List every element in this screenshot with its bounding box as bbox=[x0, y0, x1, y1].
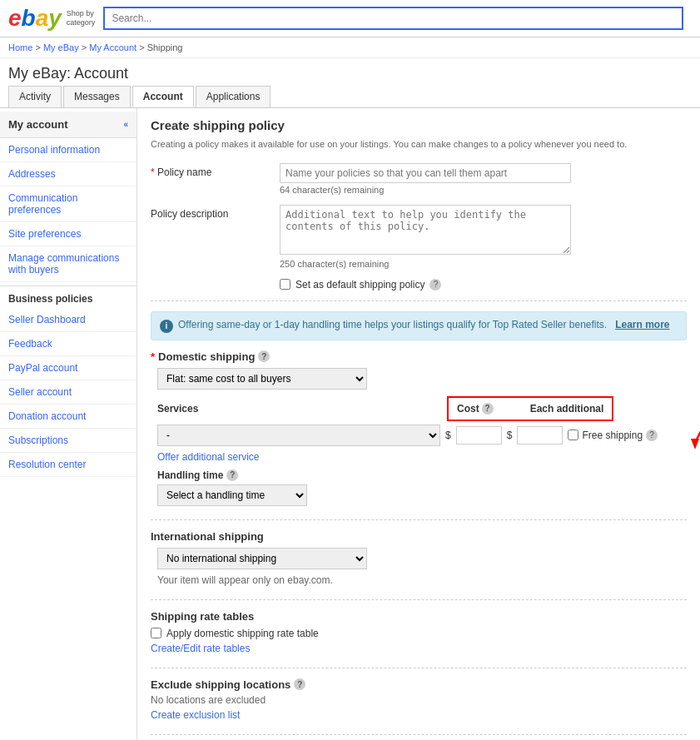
international-shipping-section: International shipping No international … bbox=[151, 530, 687, 586]
sidebar-header: My account « bbox=[0, 112, 137, 138]
create-shipping-title: Create shipping policy bbox=[151, 118, 687, 132]
sidebar-item-resolution[interactable]: Resolution center bbox=[0, 453, 137, 477]
rate-tables-title: Shipping rate tables bbox=[151, 610, 687, 623]
domestic-shipping-section: * Domestic shipping ? Flat: same cost to… bbox=[151, 350, 687, 506]
exclude-section: Exclude shipping locations ? No location… bbox=[151, 678, 687, 721]
main-tab-activity[interactable]: Activity bbox=[8, 86, 62, 107]
search-input[interactable] bbox=[103, 7, 683, 30]
policy-name-chars: 64 character(s) remaining bbox=[280, 185, 687, 195]
sidebar-item-manage-comm[interactable]: Manage communications with buyers bbox=[0, 246, 137, 282]
domestic-rate-table-checkbox[interactable] bbox=[151, 628, 161, 638]
sidebar-business-section: Business policies bbox=[0, 286, 137, 308]
divider-1 bbox=[151, 300, 687, 301]
default-checkbox-row: Set as default shipping policy ? bbox=[151, 279, 687, 291]
layout: My account « Personal information Addres… bbox=[0, 108, 700, 740]
services-header: Services Cost ? Each additional bbox=[157, 396, 687, 421]
help-icon-handling[interactable]: ? bbox=[226, 469, 238, 481]
info-banner: i Offering same-day or 1-day handling ti… bbox=[151, 311, 687, 340]
sidebar: My account « Personal information Addres… bbox=[0, 108, 137, 740]
handling-select[interactable]: Select a handling time Same day 1 busine… bbox=[157, 484, 307, 506]
page-title: My eBay: Account bbox=[0, 58, 700, 86]
sidebar-item-seller-account[interactable]: Seller account bbox=[0, 380, 137, 405]
sidebar-item-donation[interactable]: Donation account bbox=[0, 405, 137, 429]
policy-name-label: * Policy name bbox=[151, 163, 280, 178]
info-banner-text: Offering same-day or 1-day handling time… bbox=[178, 319, 607, 330]
create-edit-rate-tables-link[interactable]: Create/Edit rate tables bbox=[151, 643, 250, 654]
main-tab-messages[interactable]: Messages bbox=[63, 86, 131, 107]
services-data-row: - $ $ Free shipping ? bbox=[157, 425, 687, 446]
ebay-logo: ebay Shop by category bbox=[8, 5, 95, 32]
breadcrumb-myebay[interactable]: My eBay bbox=[43, 42, 79, 52]
policy-name-field: 64 character(s) remaining bbox=[280, 163, 687, 195]
cost-col-header: Cost ? bbox=[457, 403, 494, 415]
policy-desc-label: Policy description bbox=[151, 205, 280, 220]
intl-note: Your item will appear only on ebay.com. bbox=[151, 574, 687, 586]
create-exclusion-list-link[interactable]: Create exclusion list bbox=[151, 709, 240, 721]
offer-additional-link[interactable]: Offer additional service bbox=[157, 451, 687, 463]
free-shipping-label: Free shipping bbox=[582, 430, 643, 441]
svg-line-0 bbox=[695, 393, 700, 443]
breadcrumb-account[interactable]: My Account bbox=[89, 42, 137, 52]
services-section: Services Cost ? Each additional - bbox=[151, 396, 687, 463]
sidebar-item-addresses[interactable]: Addresses bbox=[0, 162, 137, 186]
exclude-title: Exclude shipping locations ? bbox=[151, 678, 687, 691]
policy-name-input[interactable] bbox=[280, 163, 571, 183]
divider-3 bbox=[151, 599, 687, 600]
domestic-shipping-label: * Domestic shipping ? bbox=[151, 350, 687, 363]
services-select[interactable]: - bbox=[157, 425, 440, 446]
breadcrumb: Home > My eBay > My Account > Shipping bbox=[0, 37, 700, 58]
breadcrumb-home[interactable]: Home bbox=[8, 42, 32, 52]
info-icon: i bbox=[160, 320, 173, 333]
help-icon-default[interactable]: ? bbox=[429, 279, 441, 291]
page-header: ebay Shop by category bbox=[0, 0, 700, 37]
help-icon-domestic[interactable]: ? bbox=[258, 350, 270, 362]
main-tab-account[interactable]: Account bbox=[132, 86, 194, 107]
each-dollar-sign: $ bbox=[507, 430, 513, 441]
services-col-header: Services bbox=[157, 403, 440, 415]
handling-section: Handling time ? Select a handling time S… bbox=[151, 469, 687, 506]
domestic-shipping-select[interactable]: Flat: same cost to all buyers Calculated… bbox=[157, 368, 367, 390]
sidebar-item-personal[interactable]: Personal information bbox=[0, 138, 137, 162]
sidebar-item-subscriptions[interactable]: Subscriptions bbox=[0, 429, 137, 453]
exclude-text: No locations are excluded bbox=[151, 694, 687, 706]
help-icon-cost[interactable]: ? bbox=[482, 403, 494, 415]
learn-more-link[interactable]: Learn more bbox=[615, 319, 669, 330]
sidebar-item-paypal[interactable]: PayPal account bbox=[0, 356, 137, 380]
sidebar-title: My account bbox=[8, 118, 68, 131]
shop-by-label[interactable]: Shop by category bbox=[67, 9, 96, 27]
rate-checkbox-label: Apply domestic shipping rate table bbox=[166, 628, 319, 639]
divider-5 bbox=[151, 734, 687, 735]
sidebar-collapse-button[interactable]: « bbox=[123, 120, 128, 129]
default-shipping-checkbox[interactable] bbox=[280, 279, 290, 290]
intl-shipping-label: International shipping bbox=[151, 530, 687, 543]
main-content: Create shipping policy Creating a policy… bbox=[137, 108, 700, 740]
ebay-wordmark: ebay bbox=[8, 5, 62, 32]
default-checkbox-label: Set as default shipping policy bbox=[295, 279, 424, 291]
intl-shipping-select[interactable]: No international shipping Flat: same cos… bbox=[157, 548, 367, 569]
rate-checkbox-row: Apply domestic shipping rate table bbox=[151, 628, 687, 639]
each-additional-input[interactable] bbox=[517, 426, 563, 444]
sidebar-item-seller-dashboard[interactable]: Seller Dashboard bbox=[0, 308, 137, 332]
sidebar-item-communication[interactable]: Communication preferences bbox=[0, 186, 137, 222]
divider-2 bbox=[151, 519, 687, 520]
sidebar-item-feedback[interactable]: Feedback bbox=[0, 332, 137, 356]
required-star: * bbox=[151, 166, 155, 178]
policy-desc-chars: 250 character(s) remaining bbox=[280, 259, 687, 269]
free-shipping-checkbox[interactable] bbox=[568, 430, 578, 440]
divider-4 bbox=[151, 668, 687, 668]
offer-additional-container: Offer additional service bbox=[157, 451, 687, 463]
svg-marker-1 bbox=[691, 439, 699, 449]
breadcrumb-current: Shipping bbox=[147, 42, 183, 52]
help-icon-exclude[interactable]: ? bbox=[294, 678, 305, 690]
policy-desc-textarea[interactable] bbox=[280, 205, 571, 255]
free-shipping-row: Free shipping ? bbox=[568, 430, 658, 441]
create-shipping-desc: Creating a policy makes it available for… bbox=[151, 137, 687, 151]
cost-input[interactable] bbox=[456, 426, 502, 444]
red-arrow-annotation bbox=[653, 385, 700, 468]
cost-dollar-sign: $ bbox=[445, 430, 451, 441]
cost-box: Cost ? Each additional bbox=[447, 396, 613, 421]
policy-desc-row: Policy description 250 character(s) rema… bbox=[151, 205, 687, 269]
domestic-dropdown-row: Flat: same cost to all buyers Calculated… bbox=[151, 368, 687, 390]
main-tab-applications[interactable]: Applications bbox=[196, 86, 271, 107]
sidebar-item-site[interactable]: Site preferences bbox=[0, 222, 137, 246]
